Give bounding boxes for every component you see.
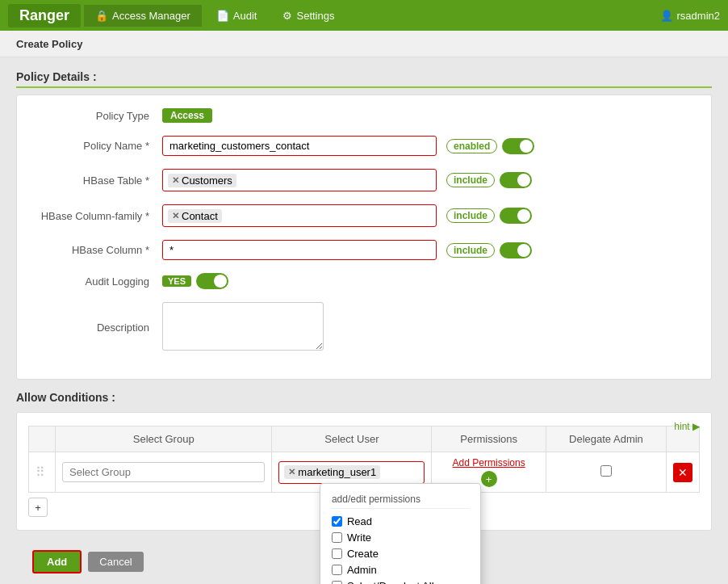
description-row: Description <box>33 302 695 353</box>
hbase-column-family-row: HBase Column-family * ✕ Contact include <box>33 204 695 227</box>
policy-type-row: Policy Type Access <box>33 108 695 123</box>
select-group-input[interactable] <box>62 462 265 482</box>
hbase-column-input[interactable] <box>162 240 437 260</box>
drag-col-header <box>29 426 56 452</box>
hbase-column-family-label: HBase Column-family * <box>33 210 162 222</box>
yes-label: YES <box>162 275 191 287</box>
policy-name-input[interactable] <box>162 136 437 156</box>
customers-tag: ✕ Customers <box>168 174 236 187</box>
nav-settings[interactable]: ⚙ Settings <box>271 5 345 27</box>
select-deselect-all-label: Select/Deselect All <box>347 580 434 584</box>
delete-row-button[interactable]: ✕ <box>673 463 692 482</box>
hbase-column-family-toggle-label: include <box>446 208 495 223</box>
audit-logging-label: Audit Logging <box>33 275 162 288</box>
hbase-table-row: HBase Table * ✕ Customers include <box>33 169 695 191</box>
audit-toggle-wrap: YES <box>162 273 437 289</box>
table-row: ⠿ ✕ marketing_user1 <box>29 452 700 493</box>
enabled-toggle-label: enabled <box>446 139 497 153</box>
permissions-popup: add/edit permissions Read Write <box>320 483 481 584</box>
write-checkbox[interactable] <box>332 532 342 543</box>
admin-label: Admin <box>347 564 377 576</box>
description-control <box>162 302 437 353</box>
customers-tag-remove[interactable]: ✕ <box>172 175 179 186</box>
audit-logging-control: YES <box>162 273 437 289</box>
select-user-header: Select User <box>272 426 432 452</box>
create-checkbox[interactable] <box>332 548 342 559</box>
user-tag-remove[interactable]: ✕ <box>288 467 295 477</box>
add-row-button[interactable]: + <box>28 498 48 517</box>
read-checkbox[interactable] <box>332 516 342 527</box>
add-permissions-btn[interactable]: + <box>481 471 497 487</box>
delegate-admin-header: Delegate Admin <box>546 426 666 452</box>
select-user-tag-input[interactable]: ✕ marketing_user1 <box>278 461 425 484</box>
hbase-column-family-control: ✕ Contact <box>162 204 437 227</box>
audit-toggle[interactable] <box>196 273 228 289</box>
main-content: Policy Details : Policy Type Access Poli… <box>0 57 728 584</box>
allow-conditions-section: Allow Conditions : hint ▶ Select Group S… <box>16 391 712 531</box>
enabled-toggle[interactable] <box>502 138 534 154</box>
select-group-cell <box>56 452 272 493</box>
marketing-user-tag: ✕ marketing_user1 <box>284 465 380 479</box>
select-deselect-all-row: Select/Deselect All <box>332 580 469 584</box>
brand-logo: Ranger <box>8 4 81 27</box>
admin-checkbox[interactable] <box>332 565 342 575</box>
permissions-cell: Add Permissions + add/edit permissions R… <box>432 452 546 493</box>
conditions-table: Select Group Select User Permissions Del… <box>28 426 700 493</box>
policy-type-label: Policy Type <box>33 110 162 122</box>
add-permissions-link[interactable]: Add Permissions <box>438 457 539 468</box>
policy-type-value: Access <box>162 108 437 123</box>
policy-name-control <box>162 136 437 156</box>
create-checkbox-row: Create <box>332 548 469 560</box>
delete-cell: ✕ <box>667 452 700 493</box>
hbase-column-family-toggle-wrap: include <box>446 208 532 224</box>
hbase-table-toggle-label: include <box>446 173 495 187</box>
read-checkbox-row: Read <box>332 515 469 527</box>
hbase-column-toggle-label: include <box>446 243 495 258</box>
policy-name-label: Policy Name * <box>33 140 162 152</box>
hbase-table-label: HBase Table * <box>33 174 162 187</box>
access-badge: Access <box>162 108 212 123</box>
hbase-column-toggle[interactable] <box>500 242 532 258</box>
policy-name-row: Policy Name * enabled <box>33 136 695 156</box>
contact-tag: ✕ Contact <box>168 209 222 223</box>
drag-handle-icon[interactable]: ⠿ <box>36 465 48 479</box>
policy-name-toggle-wrap: enabled <box>446 138 534 154</box>
select-deselect-all-checkbox[interactable] <box>332 581 342 584</box>
hbase-table-tag-input[interactable]: ✕ Customers <box>162 169 437 191</box>
hbase-column-family-toggle[interactable] <box>500 208 532 224</box>
hbase-column-family-tag-input[interactable]: ✕ Contact <box>162 204 437 227</box>
allow-conditions-header: Allow Conditions : <box>16 391 712 404</box>
hbase-table-toggle[interactable] <box>500 172 532 188</box>
nav-access-manager[interactable]: 🔒 Access Manager <box>84 5 202 27</box>
allow-conditions-body: hint ▶ Select Group Select User Permissi… <box>16 412 712 531</box>
audit-icon: 📄 <box>216 10 229 22</box>
read-label: Read <box>347 515 372 527</box>
delegate-admin-checkbox[interactable] <box>600 465 612 477</box>
admin-checkbox-row: Admin <box>332 564 469 576</box>
policy-details-section: Policy Details : Policy Type Access Poli… <box>16 70 712 380</box>
policy-details-title: Policy Details : <box>16 70 712 88</box>
conditions-table-body: ⠿ ✕ marketing_user1 <box>29 452 700 493</box>
write-label: Write <box>347 531 371 544</box>
page-title: Create Policy <box>16 38 82 50</box>
add-button[interactable]: Add <box>32 550 82 573</box>
policy-details-form: Policy Type Access Policy Name * enabled <box>16 95 712 380</box>
audit-logging-row: Audit Logging YES <box>33 273 695 289</box>
delegate-admin-cell <box>546 452 666 493</box>
user-info: 👤 rsadmin2 <box>660 10 720 22</box>
hbase-column-row: HBase Column * include <box>33 240 695 260</box>
write-checkbox-row: Write <box>332 531 469 544</box>
nav-audit[interactable]: 📄 Audit <box>205 5 269 27</box>
hbase-column-toggle-wrap: include <box>446 242 532 258</box>
hint-link[interactable]: hint ▶ <box>674 421 700 432</box>
contact-tag-remove[interactable]: ✕ <box>172 211 179 221</box>
gear-icon: ⚙ <box>282 10 292 22</box>
hbase-column-label: HBase Column * <box>33 244 162 256</box>
description-textarea[interactable] <box>162 302 324 351</box>
conditions-table-head: Select Group Select User Permissions Del… <box>29 426 700 452</box>
lock-icon: 🔒 <box>95 10 108 22</box>
description-label: Description <box>33 321 162 334</box>
cancel-button[interactable]: Cancel <box>88 552 143 572</box>
topbar: Ranger 🔒 Access Manager 📄 Audit ⚙ Settin… <box>0 0 728 31</box>
drag-handle-cell: ⠿ <box>29 452 56 493</box>
